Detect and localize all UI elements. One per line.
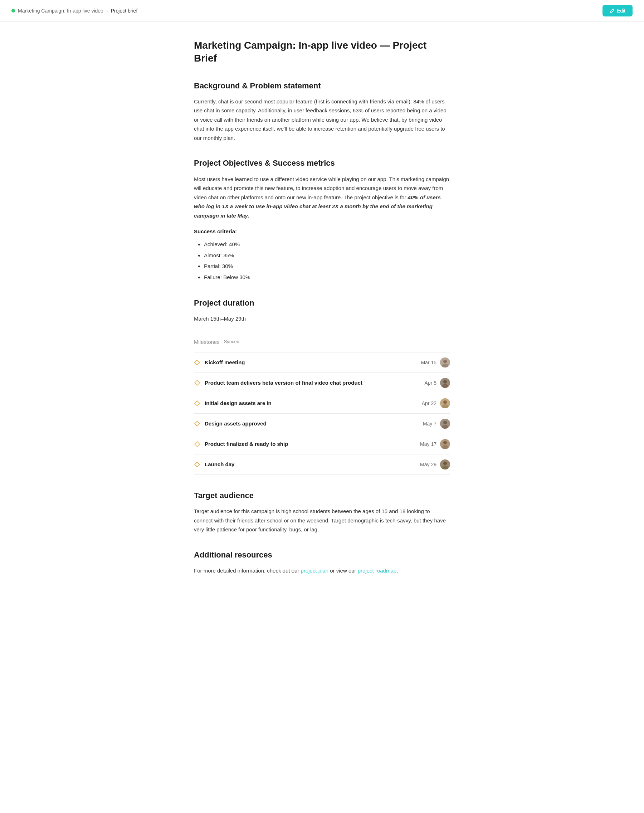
avatar <box>440 378 450 388</box>
milestone-left: Kickoff meeting <box>194 358 245 367</box>
additional-resources-text: For more detailed information, check out… <box>194 566 450 575</box>
page-title: Marketing Campaign: In-app live video — … <box>194 39 450 65</box>
section-milestones: Milestones Synced Kickoff meeting Mar 15 <box>194 338 450 475</box>
list-item: Failure: Below 30% <box>204 272 450 283</box>
section-background: Background & Problem statement Currently… <box>194 80 450 143</box>
milestone-date: Apr 22 <box>422 399 437 407</box>
background-text: Currently, chat is our second most popul… <box>194 97 450 143</box>
project-roadmap-link[interactable]: project roadmap <box>358 568 396 574</box>
breadcrumb-parent[interactable]: Marketing Campaign: In-app live video <box>18 7 103 15</box>
list-item: Partial: 30% <box>204 261 450 272</box>
section-additional-resources: Additional resources For more detailed i… <box>194 549 450 575</box>
milestone-date: May 29 <box>420 460 437 468</box>
success-criteria-list: Achieved: 40% Almost: 35% Partial: 30% F… <box>194 239 450 282</box>
milestone-name: Product finalized & ready to ship <box>205 440 288 448</box>
background-heading: Background & Problem statement <box>194 80 450 92</box>
avatar-image <box>440 357 450 368</box>
project-plan-link[interactable]: project plan <box>301 568 328 574</box>
top-bar: Marketing Campaign: In-app live video › … <box>0 0 644 22</box>
milestone-item: Design assets approved May 7 <box>194 413 450 434</box>
milestone-left: Product team delivers beta version of fi… <box>194 379 362 387</box>
milestone-item: Product finalized & ready to ship May 17 <box>194 434 450 454</box>
milestone-item: Product team delivers beta version of fi… <box>194 373 450 393</box>
milestone-left: Launch day <box>194 460 235 469</box>
avatar-image <box>440 398 450 408</box>
list-item: Almost: 35% <box>204 250 450 261</box>
milestone-diamond-icon <box>194 420 200 427</box>
section-target-audience: Target audience Target audience for this… <box>194 489 450 534</box>
milestone-date: Apr 5 <box>425 379 437 387</box>
svg-point-7 <box>443 400 447 404</box>
milestone-date: May 7 <box>423 420 437 428</box>
breadcrumb-chevron-icon: › <box>106 7 108 15</box>
milestone-right: Mar 15 <box>421 357 450 368</box>
milestone-date: Mar 15 <box>421 359 437 367</box>
breadcrumb: Marketing Campaign: In-app live video › … <box>11 7 137 15</box>
avatar <box>440 439 450 449</box>
edit-button[interactable]: Edit <box>603 5 633 17</box>
additional-resources-text-before: For more detailed information, check out… <box>194 568 301 574</box>
avatar-image <box>440 459 450 469</box>
milestone-name: Initial design assets are in <box>205 399 271 408</box>
milestone-right: Apr 5 <box>425 378 450 388</box>
svg-point-1 <box>443 360 447 363</box>
avatar-image <box>440 439 450 449</box>
milestone-left: Design assets approved <box>194 419 267 428</box>
objectives-text: Most users have learned to use a differe… <box>194 175 450 221</box>
additional-resources-heading: Additional resources <box>194 549 450 561</box>
milestone-left: Product finalized & ready to ship <box>194 440 288 448</box>
milestones-header: Milestones Synced <box>194 338 450 347</box>
avatar <box>440 459 450 469</box>
additional-resources-text-after: . <box>396 568 398 574</box>
milestone-diamond-icon <box>194 359 200 366</box>
milestone-right: May 17 <box>420 439 450 449</box>
edit-label: Edit <box>617 8 626 14</box>
target-audience-text: Target audience for this campaign is hig… <box>194 507 450 534</box>
duration-text: March 15th–May 29th <box>194 314 450 324</box>
milestone-item: Initial design assets are in Apr 22 <box>194 393 450 413</box>
avatar <box>440 398 450 408</box>
main-content: Marketing Campaign: In-app live video — … <box>182 22 462 618</box>
milestone-name: Launch day <box>205 460 235 469</box>
success-criteria-label: Success criteria: <box>194 227 450 236</box>
objectives-heading: Project Objectives & Success metrics <box>194 157 450 169</box>
milestone-diamond-icon <box>194 441 200 447</box>
svg-point-13 <box>443 441 447 445</box>
synced-badge: Synced <box>224 338 239 346</box>
svg-point-4 <box>443 380 447 383</box>
milestone-diamond-icon <box>194 380 200 386</box>
milestone-diamond-icon <box>194 400 200 406</box>
milestone-name: Product team delivers beta version of fi… <box>205 379 362 387</box>
section-duration: Project duration March 15th–May 29th <box>194 297 450 324</box>
milestone-left: Initial design assets are in <box>194 399 271 408</box>
project-status-dot <box>11 9 15 12</box>
additional-resources-text-middle: or view our <box>328 568 358 574</box>
avatar <box>440 419 450 429</box>
list-item: Achieved: 40% <box>204 239 450 250</box>
milestones-label: Milestones <box>194 338 220 347</box>
milestone-name: Design assets approved <box>205 419 267 428</box>
milestone-name: Kickoff meeting <box>205 358 245 367</box>
avatar-image <box>440 419 450 429</box>
milestone-date: May 17 <box>420 440 437 448</box>
duration-heading: Project duration <box>194 297 450 309</box>
edit-icon <box>610 8 615 13</box>
milestone-diamond-icon <box>194 461 200 468</box>
svg-point-10 <box>443 421 447 424</box>
milestone-right: Apr 22 <box>422 398 450 408</box>
avatar <box>440 357 450 368</box>
milestone-right: May 7 <box>423 419 450 429</box>
milestone-item: Kickoff meeting Mar 15 <box>194 352 450 373</box>
section-objectives: Project Objectives & Success metrics Mos… <box>194 157 450 282</box>
svg-point-16 <box>443 462 447 465</box>
milestone-item: Launch day May 29 <box>194 454 450 475</box>
target-audience-heading: Target audience <box>194 489 450 502</box>
milestone-right: May 29 <box>420 459 450 469</box>
breadcrumb-current: Project brief <box>111 7 138 15</box>
avatar-image <box>440 378 450 388</box>
